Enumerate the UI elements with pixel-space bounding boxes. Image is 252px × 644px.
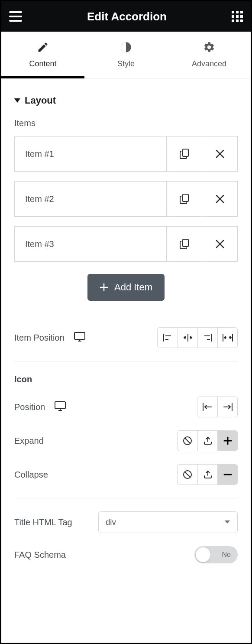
icon-position-label: Position [14,402,45,412]
svg-rect-13 [183,149,188,156]
svg-rect-19 [183,239,188,247]
remove-button[interactable] [202,137,237,171]
svg-rect-0 [9,11,22,13]
items-repeater: Item #1 Item #2 Item #3 [14,136,238,262]
title-html-tag-value: div [106,517,116,527]
copy-icon [180,194,189,204]
icon-heading: Icon [14,374,238,384]
align-start[interactable] [158,328,178,348]
icon-position-choices [197,397,238,417]
plus-icon [223,436,232,445]
faq-schema-row: FAQ Schema No [14,546,238,563]
responsive-icon[interactable] [74,332,85,344]
faq-schema-toggle[interactable]: No [194,546,238,563]
icon-position-row: Position [14,397,238,417]
responsive-icon[interactable] [55,401,66,413]
item-position-row: Item Position [14,327,238,348]
svg-rect-5 [240,11,243,13]
icon-upload[interactable] [197,465,217,485]
panel-header: Edit Accordion [1,1,251,32]
tab-advanced-label: Advanced [192,59,226,68]
svg-line-48 [185,472,191,478]
align-center[interactable] [178,328,197,348]
ban-icon [183,470,192,479]
toggle-knob [196,547,210,562]
svg-rect-10 [236,20,239,22]
tab-content-label: Content [29,59,56,68]
expand-choices [177,430,238,451]
svg-line-44 [185,438,191,444]
faq-schema-value: No [222,551,231,559]
align-end[interactable] [197,328,217,348]
svg-rect-1 [9,16,22,17]
caret-down-icon [14,98,20,103]
tab-content[interactable]: Content [1,32,84,78]
duplicate-button[interactable] [166,227,202,261]
collapse-row: Collapse [14,464,238,485]
caret-down-icon [224,520,230,524]
svg-rect-3 [232,11,234,13]
title-html-tag-select[interactable]: div [98,511,238,533]
title-html-tag-row: Title HTML Tag div [14,511,238,533]
repeater-item-title[interactable]: Item #2 [15,182,166,216]
item-position-choices [157,327,238,348]
duplicate-button[interactable] [166,182,202,216]
tab-style-label: Style [117,59,135,68]
svg-rect-7 [236,15,239,18]
icon-plus[interactable] [217,431,237,451]
upload-icon [203,470,213,479]
svg-rect-11 [240,20,243,22]
svg-rect-2 [9,20,22,22]
close-icon [216,150,224,158]
section-layout-title: Layout [25,95,56,106]
svg-rect-24 [74,332,85,339]
copy-icon [180,239,189,249]
repeater-item-title[interactable]: Item #1 [15,137,166,171]
title-html-tag-label: Title HTML Tag [14,517,72,527]
repeater-item: Item #1 [14,136,238,172]
panel-body: Layout Items Item #1 Item #2 Item #3 [1,78,251,643]
divider [14,498,238,498]
svg-rect-16 [183,194,188,202]
divider [14,361,238,361]
tab-style[interactable]: Style [84,32,168,78]
remove-button[interactable] [202,182,237,216]
add-item-label: Add Item [114,282,152,293]
divider [14,314,238,314]
svg-rect-8 [240,15,243,18]
collapse-choices [177,464,238,485]
close-icon [216,195,224,203]
add-item-button[interactable]: Add Item [87,274,165,301]
svg-rect-36 [55,402,65,409]
ban-icon [183,436,192,446]
section-layout-header[interactable]: Layout [14,78,238,118]
close-icon [216,240,224,248]
upload-icon [203,436,213,446]
icon-position-left[interactable] [197,397,217,417]
repeater-item-title[interactable]: Item #3 [15,227,166,261]
items-label: Items [14,118,238,128]
svg-rect-9 [232,20,234,22]
minus-icon [223,470,232,479]
svg-rect-4 [236,11,239,13]
icon-upload[interactable] [197,431,217,451]
repeater-item: Item #2 [14,181,238,217]
expand-row: Expand [14,430,238,451]
collapse-label: Collapse [14,470,48,480]
svg-rect-6 [232,15,234,18]
icon-position-right[interactable] [217,397,237,417]
icon-none[interactable] [178,465,197,485]
icon-none[interactable] [178,431,197,451]
align-stretch[interactable] [217,328,237,348]
plus-icon [100,283,108,292]
duplicate-button[interactable] [166,137,202,171]
tab-advanced[interactable]: Advanced [168,32,251,78]
copy-icon [180,149,189,159]
panel-title: Edit Accordion [22,10,232,23]
remove-button[interactable] [202,227,237,261]
hamburger-menu-icon[interactable] [9,11,22,22]
icon-minus[interactable] [217,465,237,485]
editor-tabs: Content Style Advanced [1,32,251,78]
apps-grid-icon[interactable] [232,11,243,22]
repeater-item: Item #3 [14,226,238,262]
